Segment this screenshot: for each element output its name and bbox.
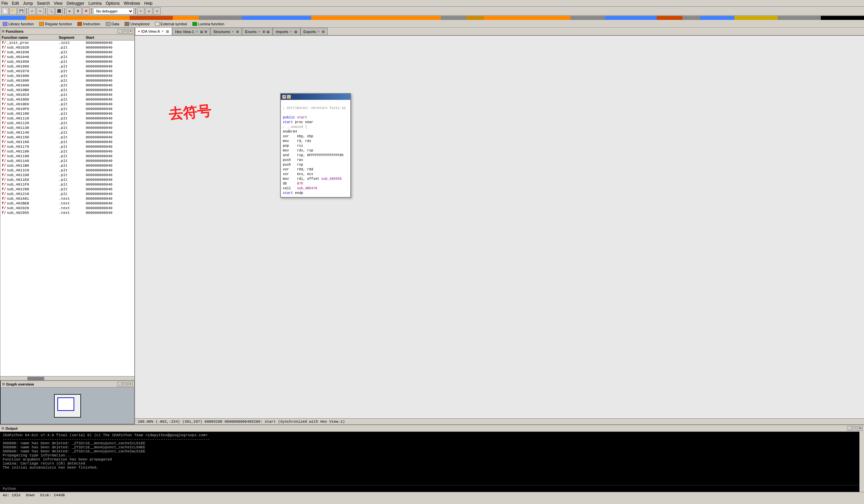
graph-minimap[interactable]	[54, 394, 81, 418]
tab-hex-extra2[interactable]: ⊞	[205, 30, 207, 33]
function-row-20[interactable]: f/sub_401150.plt000000000040	[0, 135, 134, 140]
toolbar-find[interactable]: 🔍	[47, 8, 55, 15]
function-row-8[interactable]: f/sub_401090.plt000000000040	[0, 78, 134, 83]
menu-view[interactable]: View	[54, 1, 62, 6]
function-row-25[interactable]: f/sub_4011A0.plt000000000040	[0, 159, 134, 163]
menu-search[interactable]: Search	[37, 1, 50, 6]
function-row-19[interactable]: f/sub_401140.plt000000000040	[0, 130, 134, 135]
function-row-26[interactable]: f/sub_4011B0.plt000000000040	[0, 163, 134, 168]
float-pin-btn[interactable]: 📌	[282, 95, 286, 99]
function-row-12[interactable]: f/sub_4010D0.plt000000000040	[0, 97, 134, 102]
function-row-3[interactable]: f/sub_401040.plt000000000040	[0, 55, 134, 59]
tab-ida-view-a[interactable]: ● IDA View-A ✕ ▤	[135, 27, 172, 35]
float-icon2[interactable]: 🔒	[287, 95, 291, 99]
ida-view[interactable]: 去符号 📌 🔒 ; Attributes: noreturn fuzzy-sp …	[135, 36, 864, 418]
function-row-29[interactable]: f/sub_4011E0.plt000000000040	[0, 177, 134, 182]
tab-imports-close[interactable]: ✕	[290, 30, 292, 33]
toolbar-graph[interactable]: ⬛	[55, 8, 63, 15]
output-scrollbar[interactable]	[859, 431, 864, 492]
toolbar-step-into[interactable]: ↡	[145, 8, 153, 15]
function-row-18[interactable]: f/sub_401130.plt000000000040	[0, 125, 134, 130]
function-row-4[interactable]: f/sub_401050.plt000000000040	[0, 59, 134, 64]
tab-exports[interactable]: Exports ✕ ⊞	[300, 28, 328, 35]
menu-debugger[interactable]: Debugger	[67, 1, 84, 6]
output-python-prompt[interactable]: Python	[0, 485, 864, 492]
output-content[interactable]: IDAPython 64-bit v7.4.0 final (serial 0)…	[0, 432, 864, 485]
output-minimize-btn[interactable]: _	[847, 426, 852, 431]
tab-enums[interactable]: Enums ✕ ⊞ ▤	[242, 28, 273, 35]
function-row-5[interactable]: f/sub_401060.plt000000000040	[0, 64, 134, 69]
function-row-0[interactable]: f/_init_proc.init000000000040	[0, 40, 134, 45]
toolbar-save[interactable]: 💾	[17, 8, 25, 15]
tab-enums-close[interactable]: ✕	[258, 30, 261, 33]
function-row-16[interactable]: f/sub_401110.plt000000000040	[0, 116, 134, 121]
function-row-35[interactable]: f/sub_402920.text000000000040	[0, 206, 134, 210]
functions-maximize-btn[interactable]: □	[123, 29, 128, 34]
floating-titlebar[interactable]: 📌 🔒	[281, 94, 350, 100]
debugger-selector[interactable]: No debugger	[93, 8, 134, 14]
scrollbar-thumb[interactable]	[27, 377, 44, 380]
function-row-7[interactable]: f/sub_401080.plt000000000040	[0, 74, 134, 78]
menu-lumina[interactable]: Lumina	[88, 1, 101, 6]
tab-exports-close[interactable]: ✕	[317, 30, 320, 33]
tab-ida-extra1[interactable]: ▤	[166, 30, 169, 33]
tab-enums-extra[interactable]: ⊞	[263, 30, 265, 33]
toolbar-pause[interactable]: ⏸	[74, 8, 82, 15]
function-row-15[interactable]: f/sub_401100.plt000000000040	[0, 111, 134, 116]
function-row-23[interactable]: f/sub_401180.plt000000000040	[0, 149, 134, 154]
function-row-13[interactable]: f/sub_4010E0.plt000000000040	[0, 102, 134, 107]
function-row-14[interactable]: f/sub_4010F0.plt000000000040	[0, 107, 134, 111]
tab-hex-view[interactable]: Hex View-1 ✕ ▤ ⊞	[172, 28, 210, 35]
menu-windows[interactable]: Windows	[124, 1, 141, 6]
menu-jump[interactable]: Jump	[23, 1, 33, 6]
toolbar-stop[interactable]: ■	[82, 8, 90, 15]
function-row-27[interactable]: f/sub_4011C0.plt000000000040	[0, 168, 134, 173]
function-row-33[interactable]: f/sub_401681.text000000000040	[0, 196, 134, 201]
function-row-17[interactable]: f/sub_401120.plt000000000040	[0, 121, 134, 125]
functions-list[interactable]: f/_init_proc.init000000000040f/sub_40102…	[0, 40, 134, 376]
function-row-1[interactable]: f/sub_401020.plt000000000040	[0, 45, 134, 50]
function-row-9[interactable]: f/sub_4010A0.plt000000000040	[0, 83, 134, 88]
tab-hex-extra[interactable]: ▤	[200, 30, 203, 33]
menu-options[interactable]: Options	[106, 1, 119, 6]
tab-imports[interactable]: Imports ✕ ▤	[273, 28, 300, 35]
tab-structures-extra[interactable]: ⊞	[236, 30, 239, 33]
function-row-2[interactable]: f/sub_401030.plt000000000040	[0, 50, 134, 55]
function-row-21[interactable]: f/sub_401160.plt000000000040	[0, 140, 134, 144]
tab-exports-extra[interactable]: ⊞	[322, 30, 325, 33]
menu-file[interactable]: File	[1, 1, 8, 6]
function-row-10[interactable]: f/sub_4010B0.plt000000000040	[0, 88, 134, 93]
functions-minimize-btn[interactable]: _	[118, 29, 122, 34]
tab-ida-close[interactable]: ✕	[161, 30, 164, 33]
tab-structures-close[interactable]: ✕	[231, 30, 234, 33]
function-row-31[interactable]: f/sub_401200.plt000000000040	[0, 187, 134, 192]
graph-minimize-btn[interactable]: _	[117, 382, 122, 386]
menu-edit[interactable]: Edit	[12, 1, 19, 6]
function-row-28[interactable]: f/sub_4011D0.plt000000000040	[0, 173, 134, 177]
toolbar-new[interactable]: 📄	[1, 8, 9, 15]
graph-maximize-btn[interactable]: □	[122, 382, 127, 386]
graph-close-btn[interactable]: ✕	[128, 382, 133, 386]
function-row-32[interactable]: f/sub_401210.plt000000000040	[0, 192, 134, 196]
toolbar-run[interactable]: ▶	[66, 8, 74, 15]
toolbar-open[interactable]: 📂	[10, 8, 17, 15]
tab-imports-extra[interactable]: ▤	[294, 30, 297, 33]
menu-help[interactable]: Help	[144, 1, 153, 6]
tab-hex-close[interactable]: ✕	[195, 30, 198, 33]
function-row-30[interactable]: f/sub_4011F0.plt000000000040	[0, 182, 134, 187]
function-row-22[interactable]: f/sub_401170.plt000000000040	[0, 144, 134, 149]
toolbar-step-over[interactable]: ↷	[137, 8, 144, 15]
toolbar-redo[interactable]: ↪	[36, 8, 44, 15]
function-row-11[interactable]: f/sub_4010C0.plt000000000040	[0, 93, 134, 97]
floating-code-window[interactable]: 📌 🔒 ; Attributes: noreturn fuzzy-sp publ…	[280, 93, 351, 198]
tab-enums-extra2[interactable]: ▤	[267, 30, 270, 33]
toolbar-step-out[interactable]: ↟	[153, 8, 161, 15]
function-row-6[interactable]: f/sub_401070.plt000000000040	[0, 69, 134, 74]
functions-close-btn[interactable]: ✕	[128, 29, 133, 34]
output-maximize-btn[interactable]: □	[853, 426, 857, 431]
toolbar-undo[interactable]: ↩	[28, 8, 36, 15]
function-row-36[interactable]: f/sub_402955.text000000000040	[0, 210, 134, 215]
functions-scrollbar[interactable]	[0, 376, 134, 380]
tab-structures[interactable]: Structures ✕ ⊞	[210, 28, 242, 35]
function-row-24[interactable]: f/sub_401190.plt000000000040	[0, 154, 134, 159]
